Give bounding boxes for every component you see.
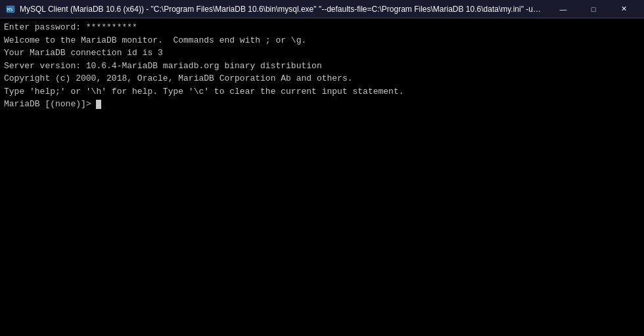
terminal-output[interactable]: Enter password: **********Welcome to the… <box>0 18 644 336</box>
terminal-window: MS MySQL Client (MariaDB 10.6 (x64)) - "… <box>0 0 644 336</box>
close-button[interactable]: ✕ <box>609 0 639 18</box>
terminal-line: Server version: 10.6.4-MariaDB mariadb.o… <box>4 60 640 73</box>
terminal-line: Welcome to the MariaDB monitor. Commands… <box>4 34 640 47</box>
window-controls: — □ ✕ <box>548 0 639 18</box>
terminal-cursor <box>96 100 101 109</box>
window-title: MySQL Client (MariaDB 10.6 (x64)) - "C:\… <box>20 5 543 14</box>
app-icon: MS <box>5 4 16 14</box>
maximize-button[interactable]: □ <box>578 0 609 18</box>
terminal-line: Copyright (c) 2000, 2018, Oracle, MariaD… <box>4 72 640 85</box>
minimize-button[interactable]: — <box>548 0 578 18</box>
terminal-line: Type 'help;' or '\h' for help. Type '\c'… <box>4 85 640 98</box>
svg-text:MS: MS <box>7 7 12 12</box>
terminal-line: Your MariaDB connection id is 3 <box>4 47 640 60</box>
titlebar: MS MySQL Client (MariaDB 10.6 (x64)) - "… <box>0 0 644 18</box>
terminal-line: Enter password: ********** <box>4 21 640 34</box>
terminal-line: MariaDB [(none)]> <box>4 98 640 111</box>
